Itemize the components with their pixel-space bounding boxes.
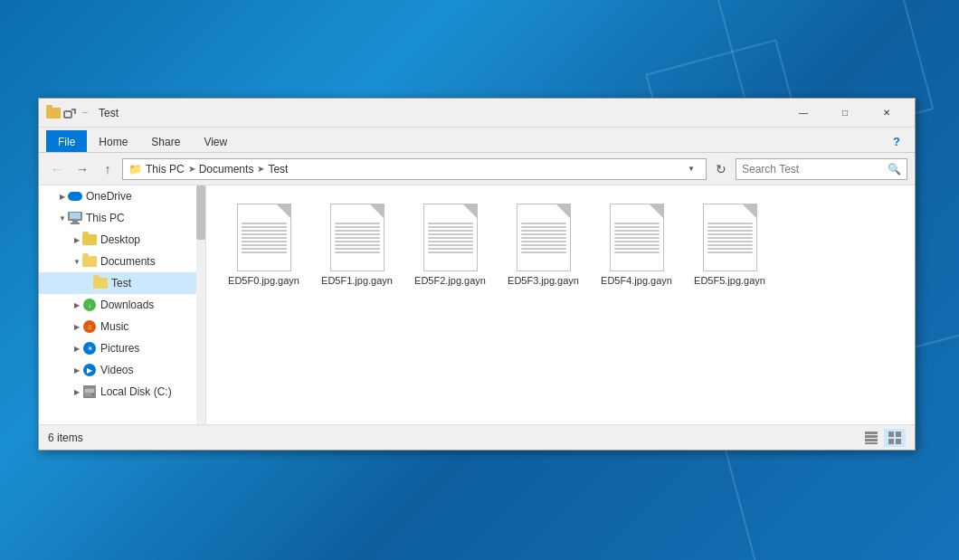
file-line-0-3 (242, 233, 287, 235)
expand-arrow-pictures[interactable]: ▶ (71, 345, 82, 353)
file-line-2-3 (428, 233, 473, 235)
sidebar-label-documents: Documents (100, 255, 156, 268)
file-line-5-0 (707, 223, 753, 224)
computer-icon (68, 211, 82, 225)
pc-icon-svg (68, 212, 82, 224)
file-line-1-2 (335, 230, 380, 232)
sidebar-scroll-thumb[interactable] (196, 185, 205, 240)
sidebar-item-desktop[interactable]: ▶ Desktop (39, 229, 205, 251)
maximize-button[interactable]: □ (824, 99, 866, 128)
music-icon: ♫ (82, 319, 97, 334)
tab-file[interactable]: File (46, 130, 87, 152)
expand-arrow-downloads[interactable]: ▶ (71, 301, 82, 309)
file-line-2-6 (428, 244, 473, 246)
tab-share[interactable]: Share (139, 130, 192, 152)
sidebar-item-test[interactable]: Test (39, 272, 205, 294)
sidebar-item-pictures[interactable]: ▶ ☀ Pictures (39, 337, 205, 359)
expand-arrow-videos[interactable]: ▶ (71, 366, 82, 375)
file-icon-fold-0 (277, 204, 290, 218)
sidebar-item-music[interactable]: ▶ ♫ Music (39, 316, 205, 337)
minimize-button[interactable]: — (783, 99, 824, 128)
sidebar-label-pictures: Pictures (100, 342, 139, 355)
file-item-2[interactable]: ED5F2.jpg.gayn (407, 200, 493, 290)
status-count: 6 items (48, 432, 860, 444)
file-item-1[interactable]: ED5F1.jpg.gayn (314, 200, 400, 290)
svg-rect-14 (888, 439, 894, 444)
sidebar-item-downloads[interactable]: ▶ ↓ Downloads (39, 294, 205, 316)
file-line-5-2 (707, 230, 753, 232)
svg-rect-8 (865, 432, 878, 434)
address-input[interactable]: 📁 This PC ➤ Documents ➤ Test ▼ (122, 158, 707, 180)
file-line-4-0 (614, 223, 660, 224)
sidebar-item-documents[interactable]: ▼ Documents (39, 251, 205, 272)
forward-button[interactable]: → (71, 158, 93, 180)
file-line-1-4 (335, 237, 380, 239)
undo-icon (62, 106, 77, 120)
file-line-3-8 (521, 252, 566, 253)
file-icon-3 (517, 204, 571, 271)
large-icons-view-button[interactable] (884, 429, 906, 447)
sidebar-item-thispc[interactable]: ▼ This PC (39, 207, 205, 229)
file-icon-2 (423, 204, 478, 271)
file-line-5-3 (707, 233, 753, 235)
svg-rect-6 (85, 389, 94, 393)
large-icons-view-icon (888, 432, 901, 444)
file-item-3[interactable]: ED5F3.jpg.gayn (500, 200, 586, 290)
sidebar-item-localdisk[interactable]: ▶ Local Disk (C:) (39, 381, 205, 403)
expand-arrow-thispc[interactable]: ▼ (57, 214, 68, 223)
close-button[interactable]: ✕ (866, 99, 907, 128)
sidebar-item-videos[interactable]: ▶ ▶ Videos (39, 359, 205, 381)
expand-arrow-documents[interactable]: ▼ (71, 258, 82, 266)
expand-arrow-desktop[interactable]: ▶ (71, 236, 82, 244)
file-line-5-7 (707, 248, 753, 250)
help-button[interactable]: ? (886, 130, 907, 152)
file-line-3-5 (521, 241, 566, 242)
file-line-4-6 (614, 244, 660, 246)
sidebar: ▶ OneDrive ▼ This PC (39, 185, 206, 424)
search-box[interactable]: 🔍 (736, 158, 907, 180)
quick-access-folder-icon (46, 106, 61, 120)
expand-arrow-onedrive[interactable]: ▶ (57, 193, 68, 201)
expand-arrow-music[interactable]: ▶ (71, 323, 82, 331)
details-view-button[interactable] (860, 429, 882, 447)
file-name-3: ED5F3.jpg.gayn (508, 275, 579, 287)
search-icon[interactable]: 🔍 (888, 163, 901, 176)
breadcrumb-sep-1: ➤ (188, 164, 195, 174)
sidebar-scrollbar[interactable] (196, 185, 205, 424)
pictures-icon: ☀ (82, 341, 97, 356)
up-button[interactable]: ↑ (97, 158, 119, 180)
refresh-button[interactable]: ↻ (710, 158, 732, 180)
file-line-3-1 (521, 226, 566, 228)
breadcrumb-test[interactable]: Test (268, 163, 288, 176)
search-input[interactable] (742, 163, 888, 176)
file-line-0-5 (242, 241, 287, 242)
file-line-4-8 (614, 252, 660, 253)
file-line-4-4 (614, 237, 660, 239)
expand-arrow-localdisk[interactable]: ▶ (71, 388, 82, 396)
svg-rect-13 (896, 432, 901, 437)
file-item-0[interactable]: ED5F0.jpg.gayn (221, 200, 307, 290)
breadcrumb-documents[interactable]: Documents (199, 163, 254, 176)
sidebar-item-onedrive[interactable]: ▶ OneDrive (39, 185, 205, 207)
file-icon-lines-0 (238, 221, 290, 257)
folder-icon (46, 108, 61, 119)
file-item-4[interactable]: ED5F4.jpg.gayn (593, 200, 679, 290)
breadcrumb-thispc[interactable]: This PC (146, 163, 185, 176)
test-folder-icon (93, 276, 108, 290)
address-dropdown-arrow[interactable]: ▼ (682, 158, 700, 180)
sidebar-label-music: Music (100, 320, 128, 333)
file-line-0-4 (242, 237, 287, 239)
tab-view[interactable]: View (192, 130, 239, 152)
file-name-2: ED5F2.jpg.gayn (414, 275, 486, 287)
file-line-4-2 (614, 230, 660, 232)
file-name-1: ED5F1.jpg.gayn (321, 275, 393, 287)
file-line-4-7 (614, 248, 660, 250)
file-line-3-2 (521, 230, 566, 232)
svg-rect-2 (70, 213, 81, 219)
tab-home[interactable]: Home (87, 130, 139, 152)
file-line-0-6 (242, 244, 287, 246)
back-button[interactable]: ← (46, 158, 68, 180)
file-item-5[interactable]: ED5F5.jpg.gayn (687, 200, 773, 290)
file-icon-fold-5 (743, 204, 756, 218)
svg-point-7 (92, 394, 95, 396)
